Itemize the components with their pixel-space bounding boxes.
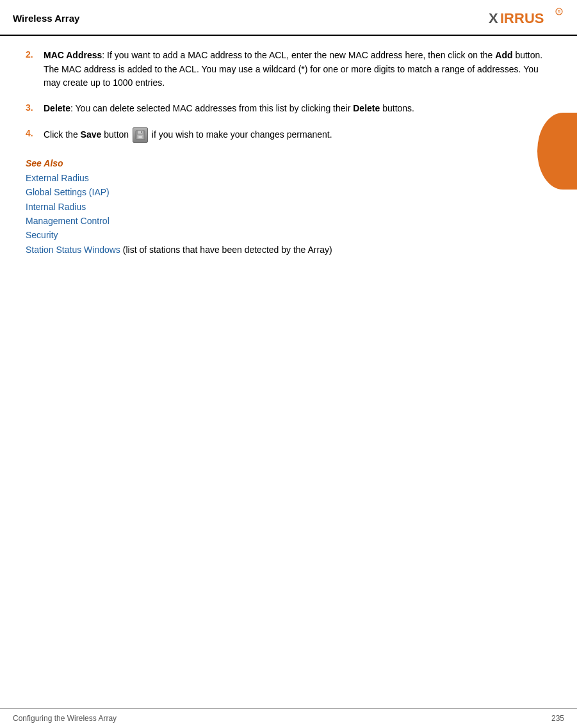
svg-text:IRRUS: IRRUS <box>500 10 544 26</box>
xirrus-logo-svg: X IRRUS R <box>487 6 564 29</box>
list-number-4: 4. <box>26 127 44 138</box>
add-label: Add <box>495 50 512 60</box>
page-header: Wireless Array X IRRUS R <box>0 0 577 36</box>
list-number-3: 3. <box>26 102 44 113</box>
main-content: 2. MAC Address: If you want to add a MAC… <box>0 36 577 273</box>
save-icon-svg <box>135 130 145 140</box>
see-also-last-item: Station Status Windows (list of stations… <box>26 243 551 257</box>
list-content-2: MAC Address: If you want to add a MAC ad… <box>44 49 551 90</box>
svg-text:X: X <box>489 10 498 26</box>
link-station-status[interactable]: Station Status Windows <box>26 245 120 255</box>
save-button-icon[interactable] <box>133 127 148 143</box>
link-external-radius[interactable]: External Radius <box>26 171 551 185</box>
list-content-3: Delete: You can delete selected MAC addr… <box>44 102 551 116</box>
save-label: Save <box>81 129 102 139</box>
station-status-suffix: (list of stations that have been detecte… <box>120 245 332 255</box>
svg-text:R: R <box>558 10 561 14</box>
list-item-4: 4. Click the Save button if you wish to … <box>26 127 551 143</box>
mac-address-label: MAC Address <box>44 50 102 60</box>
link-internal-radius[interactable]: Internal Radius <box>26 200 551 214</box>
delete-inline-label: Delete <box>353 103 380 113</box>
see-also-section: See Also External Radius Global Settings… <box>26 158 551 257</box>
page-footer: Configuring the Wireless Array 235 <box>0 708 577 728</box>
logo: X IRRUS R <box>487 6 564 29</box>
see-also-title: See Also <box>26 158 551 168</box>
list-item-3: 3. Delete: You can delete selected MAC a… <box>26 102 551 116</box>
list-item-2: 2. MAC Address: If you want to add a MAC… <box>26 49 551 90</box>
link-global-settings[interactable]: Global Settings (IAP) <box>26 185 551 199</box>
link-management-control[interactable]: Management Control <box>26 214 551 228</box>
svg-rect-7 <box>138 136 142 138</box>
list-content-4: Click the Save button if you wish to mak… <box>44 127 551 143</box>
svg-rect-8 <box>141 131 142 133</box>
delete-label: Delete <box>44 103 70 113</box>
list-number-2: 2. <box>26 49 44 60</box>
footer-left-text: Configuring the Wireless Array <box>13 714 117 723</box>
page-title: Wireless Array <box>13 13 79 24</box>
footer-page-number: 235 <box>551 714 564 723</box>
link-security[interactable]: Security <box>26 228 551 242</box>
